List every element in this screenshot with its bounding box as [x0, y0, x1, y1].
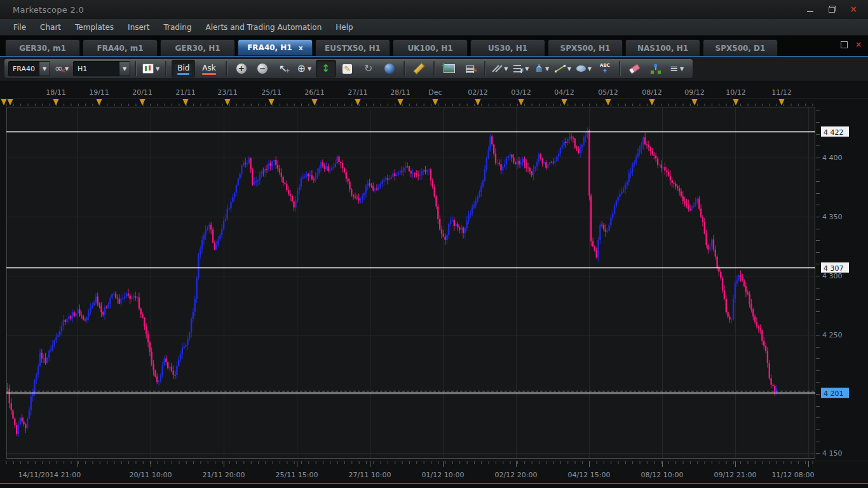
menu-item-chart[interactable]: Chart — [33, 20, 68, 34]
tab-label: NAS100, H1 — [637, 44, 688, 53]
unlink-icon: ∞× — [55, 64, 63, 74]
price-axis-label: 4 250 — [822, 331, 843, 339]
chevron-down-icon[interactable]: ▼ — [119, 62, 130, 76]
pitchfork-tool-icon: ⋔ — [534, 64, 543, 74]
toolbar-separator — [433, 61, 435, 76]
menu-item-insert[interactable]: Insert — [121, 20, 156, 34]
ask-toggle[interactable]: Ask — [197, 60, 220, 77]
plot-area[interactable] — [6, 107, 815, 459]
tab-ger30-h1[interactable]: GER30, H1 — [160, 39, 235, 56]
overflow-button[interactable]: ≡▼ — [667, 60, 686, 77]
chevron-down-icon[interactable]: ▼ — [525, 66, 529, 72]
chevron-down-icon[interactable]: ▼ — [156, 66, 159, 72]
tab-eustx50-h1[interactable]: EUSTX50, H1 — [315, 39, 390, 56]
timeframe-combo-value: H1 — [74, 65, 119, 73]
tab-us30-h1[interactable]: US30, H1 — [470, 39, 545, 56]
symbol-combo[interactable]: FRA40▼ — [8, 60, 50, 77]
chevron-down-icon[interactable]: ▼ — [545, 66, 549, 72]
annotation-button[interactable]: ✎ — [338, 60, 357, 77]
restore-chart-icon[interactable] — [841, 41, 848, 48]
unlink-icon[interactable]: ∞×▼ — [52, 60, 71, 77]
tab-spx500-h1[interactable]: SPX500, H1 — [548, 39, 623, 56]
strategy-button[interactable] — [646, 60, 665, 77]
tab-fra40-m1[interactable]: FRA40, m1 — [83, 39, 158, 56]
top-axis-label: 04/12 — [554, 88, 574, 97]
globe-icon — [384, 64, 395, 74]
bottom-axis-label: 08/12 10:00 — [641, 471, 684, 479]
tab-label: GER30, m1 — [19, 44, 66, 53]
add-image-icon: + — [444, 64, 455, 73]
tab-label: GER30, H1 — [175, 44, 220, 53]
restore-icon[interactable] — [826, 4, 837, 14]
gann-tool-button[interactable]: ▼ — [491, 60, 510, 77]
top-axis-label: 20/11 — [132, 88, 153, 97]
ruler-button[interactable] — [410, 60, 429, 77]
price-axis-label: 4 300 — [822, 272, 843, 280]
menu-item-templates[interactable]: Templates — [68, 20, 121, 34]
tab-uk100-h1[interactable]: UK100, H1 — [393, 39, 468, 56]
chevron-down-icon[interactable]: ▼ — [588, 66, 592, 72]
tab-spx500-d1[interactable]: SPX500, D1 — [703, 39, 778, 56]
add-image-button[interactable]: + — [440, 60, 459, 77]
price-axis-label: 4 150 — [822, 449, 843, 458]
price-axis-label: 4 350 — [822, 213, 843, 221]
eraser-button[interactable] — [625, 60, 644, 77]
window-controls: × — [804, 4, 859, 14]
top-axis-label: 27/11 — [348, 88, 368, 97]
price-axis-label: 4 400 — [822, 154, 843, 162]
close-icon[interactable]: × — [848, 4, 859, 14]
toolbar-separator — [165, 61, 167, 76]
zoom-out-button[interactable]: − — [253, 60, 272, 77]
autoscale-button[interactable]: ↕ — [316, 60, 336, 78]
chevron-down-icon[interactable]: ▼ — [680, 66, 684, 72]
chart-type-icon[interactable]: ▼ — [141, 60, 161, 77]
zoom-region-button[interactable]: ⊕▼ — [295, 60, 314, 77]
cursor-add-button[interactable]: ↖+ — [274, 60, 293, 77]
menu-item-file[interactable]: File — [6, 20, 33, 34]
tab-ger30-m1[interactable]: GER30, m1 — [5, 39, 80, 56]
chevron-down-icon[interactable]: ▼ — [567, 66, 571, 72]
trendline-tool-button[interactable]: ▼ — [553, 60, 573, 77]
chevron-down-icon[interactable]: ▼ — [39, 62, 50, 76]
fibonacci-tool-button[interactable]: F▼ — [512, 60, 531, 77]
trend-line-icon — [555, 64, 566, 73]
candlestick-chart[interactable]: 18/1119/1120/1121/1123/1125/1126/1127/11… — [0, 81, 868, 488]
refresh-button[interactable]: ↻ — [359, 60, 378, 77]
tab-fra40-h1[interactable]: FRA40, H1x — [238, 39, 313, 56]
top-axis-label: 21/11 — [175, 88, 196, 97]
text-tool-button[interactable]: ABC+ — [595, 60, 614, 77]
tab-label: FRA40, m1 — [97, 44, 143, 53]
top-axis-label: Dec — [428, 88, 442, 97]
candle-chart-icon — [142, 64, 154, 74]
symbol-combo-value: FRA40 — [9, 65, 39, 73]
pitchfork-tool-button[interactable]: ⋔▼ — [532, 60, 552, 77]
menu-item-trading[interactable]: Trading — [157, 20, 199, 34]
globe-button[interactable] — [380, 60, 399, 77]
indicator-icon: ▤✎ — [465, 64, 475, 74]
zoom-out-icon: − — [257, 64, 268, 74]
overflow-icon: ≡ — [670, 64, 678, 74]
close-chart-icon[interactable]: × — [855, 42, 862, 48]
bottom-axis-label: 02/12 20:00 — [495, 471, 538, 479]
chevron-down-icon[interactable]: ▼ — [504, 66, 508, 72]
annotation-icon: ✎ — [342, 64, 352, 74]
tab-label: SPX500, D1 — [715, 44, 766, 53]
top-axis-label: 11/12 — [771, 88, 792, 97]
menu-item-alerts-and-trading-automation[interactable]: Alerts and Trading Automation — [199, 20, 329, 34]
text-label-icon: ABC+ — [600, 64, 610, 74]
minimize-icon[interactable] — [804, 4, 816, 14]
zoom-in-button[interactable]: + — [232, 60, 251, 77]
timeframe-combo[interactable]: H1▼ — [73, 60, 130, 77]
menu-bar: FileChartTemplatesInsertTradingAlerts an… — [0, 19, 868, 36]
top-axis-label: 10/12 — [726, 88, 746, 97]
eraser-icon — [628, 63, 641, 74]
refresh-icon: ↻ — [364, 64, 372, 74]
indicator-button[interactable]: ▤✎ — [461, 60, 480, 77]
tab-nas100-h1[interactable]: NAS100, H1 — [625, 39, 700, 56]
chevron-down-icon[interactable]: ▼ — [308, 66, 311, 72]
menu-item-help[interactable]: Help — [329, 20, 360, 34]
toolbar: FRA40▼∞×▼H1▼▼BidAsk+−↖+⊕▼↕✎↻+▤✎▼F▼⋔▼▼▼AB… — [0, 57, 868, 81]
ellipse-tool-button[interactable]: ▼ — [574, 60, 593, 77]
tab-close-icon[interactable]: x — [299, 44, 303, 52]
bid-toggle[interactable]: Bid — [172, 60, 195, 78]
